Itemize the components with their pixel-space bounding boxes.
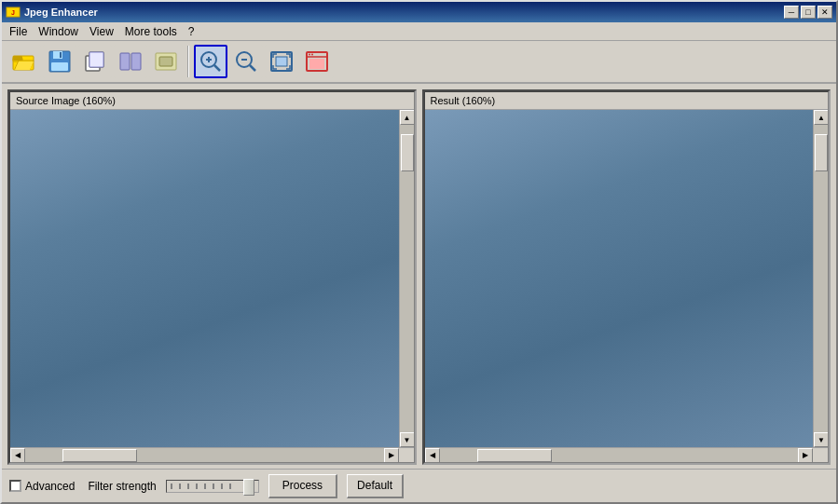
svg-rect-14 (120, 53, 130, 70)
result-scroll-down[interactable]: ▼ (814, 432, 828, 447)
slider-thumb[interactable] (243, 479, 254, 496)
menu-window[interactable]: Window (33, 23, 84, 40)
panels-area: Source Image (160%) ▲ ▼ (2, 84, 836, 469)
save-button[interactable] (43, 45, 76, 78)
source-scroll-up[interactable]: ▲ (400, 110, 414, 125)
source-scroll-down[interactable]: ▼ (400, 432, 414, 447)
result-scroll-left[interactable]: ◀ (425, 448, 440, 463)
filter-strength-label: Filter strength (88, 480, 156, 493)
tick-7 (221, 484, 223, 489)
tick-4 (196, 484, 198, 489)
result-v-scrollbar[interactable]: ▲ ▼ (813, 110, 828, 447)
main-content: Source Image (160%) ▲ ▼ (2, 84, 836, 502)
fit-button[interactable] (149, 45, 183, 78)
result-scroll-up[interactable]: ▲ (814, 110, 828, 125)
source-corner (399, 448, 414, 463)
close-button[interactable]: ✕ (817, 6, 832, 19)
svg-rect-9 (60, 52, 62, 58)
tick-3 (187, 484, 189, 489)
advanced-checkbox[interactable] (9, 480, 21, 492)
open-icon (11, 48, 37, 75)
maximize-button[interactable]: □ (801, 6, 816, 19)
menu-more-tools[interactable]: More tools (119, 23, 183, 40)
source-h-scroll-thumb[interactable] (62, 449, 137, 462)
filter-strength-slider[interactable] (166, 480, 259, 493)
toolbar (2, 41, 836, 84)
window-title: Jpeg Enhancer (24, 7, 98, 18)
advanced-label: Advanced (25, 480, 75, 493)
copy-button[interactable] (78, 45, 112, 78)
svg-point-30 (311, 54, 313, 56)
menu-file[interactable]: File (4, 23, 33, 40)
slider-ticks (167, 484, 235, 489)
full-screen-icon (304, 48, 330, 75)
svg-line-21 (214, 65, 220, 71)
svg-rect-15 (131, 53, 141, 70)
svg-text:J: J (11, 9, 15, 16)
source-v-scrollbar[interactable]: ▲ ▼ (399, 110, 414, 447)
result-corner (813, 448, 828, 463)
svg-rect-13 (89, 52, 103, 67)
result-image-content (425, 110, 814, 447)
source-scroll-thumb-v[interactable] (401, 134, 414, 171)
result-panel-viewport: ▲ ▼ (425, 110, 829, 447)
title-bar-left: J Jpeg Enhancer (6, 5, 98, 20)
fit-window-button[interactable] (265, 45, 298, 78)
source-scroll-left[interactable]: ◀ (10, 448, 25, 463)
copy-icon (82, 48, 108, 75)
zoom-out-icon (233, 48, 259, 75)
source-h-scrollbar-container: ◀ ▶ (10, 447, 414, 462)
default-button[interactable]: Default (347, 474, 404, 498)
source-panel-wrapper: Source Image (160%) ▲ ▼ (7, 89, 417, 465)
result-h-scroll-thumb[interactable] (477, 449, 552, 462)
source-scroll-right[interactable]: ▶ (384, 448, 399, 463)
zoom-out-button[interactable] (229, 45, 263, 78)
result-h-scrollbar[interactable]: ◀ ▶ (425, 448, 814, 462)
svg-rect-17 (159, 57, 172, 66)
svg-rect-31 (309, 59, 324, 69)
full-screen-button[interactable] (300, 45, 334, 78)
svg-rect-5 (13, 56, 22, 61)
save-icon (47, 48, 73, 75)
main-window: J Jpeg Enhancer ─ □ ✕ File Window View M… (0, 0, 838, 504)
fit-window-icon (268, 48, 295, 75)
minimize-button[interactable]: ─ (784, 6, 799, 19)
source-h-scroll-track[interactable] (25, 448, 384, 463)
menu-view[interactable]: View (84, 23, 119, 40)
source-panel-viewport: ▲ ▼ (10, 110, 414, 447)
menu-help[interactable]: ? (183, 23, 200, 40)
zoom-in-icon (198, 48, 224, 75)
advanced-check-container: Advanced (9, 480, 75, 493)
result-scroll-track-v[interactable] (814, 125, 828, 432)
title-bar: J Jpeg Enhancer ─ □ ✕ (2, 2, 836, 22)
tick-1 (171, 484, 172, 489)
open-button[interactable] (7, 45, 41, 78)
split-view-button[interactable] (114, 45, 147, 78)
tick-8 (229, 484, 231, 489)
source-scroll-track-v[interactable] (400, 125, 414, 432)
fit-icon (153, 48, 179, 75)
source-panel: Source Image (160%) ▲ ▼ (7, 89, 417, 465)
result-scroll-right[interactable]: ▶ (798, 448, 813, 463)
app-icon: J (6, 5, 21, 20)
bottom-bar: Advanced Filter strength (2, 469, 836, 502)
source-panel-label: Source Image (160%) (10, 92, 414, 110)
tick-5 (204, 484, 206, 489)
result-panel-wrapper: Result (160%) ▲ ▼ (422, 89, 831, 465)
process-button[interactable]: Process (268, 474, 337, 498)
result-scroll-thumb-v[interactable] (815, 134, 828, 171)
svg-rect-26 (276, 57, 287, 66)
svg-point-29 (309, 54, 310, 56)
result-panel-label: Result (160%) (425, 92, 829, 110)
slider-container (166, 480, 259, 493)
source-panel-inner: Source Image (160%) ▲ ▼ (9, 91, 415, 463)
result-h-scroll-track[interactable] (440, 448, 799, 463)
tick-2 (179, 484, 181, 489)
zoom-in-button[interactable] (194, 45, 227, 78)
source-h-scrollbar[interactable]: ◀ ▶ (10, 448, 399, 462)
title-bar-controls: ─ □ ✕ (784, 6, 832, 19)
svg-rect-10 (51, 62, 68, 71)
result-panel: Result (160%) ▲ ▼ (422, 89, 831, 465)
split-view-icon (117, 48, 144, 75)
source-image-content (10, 110, 399, 447)
